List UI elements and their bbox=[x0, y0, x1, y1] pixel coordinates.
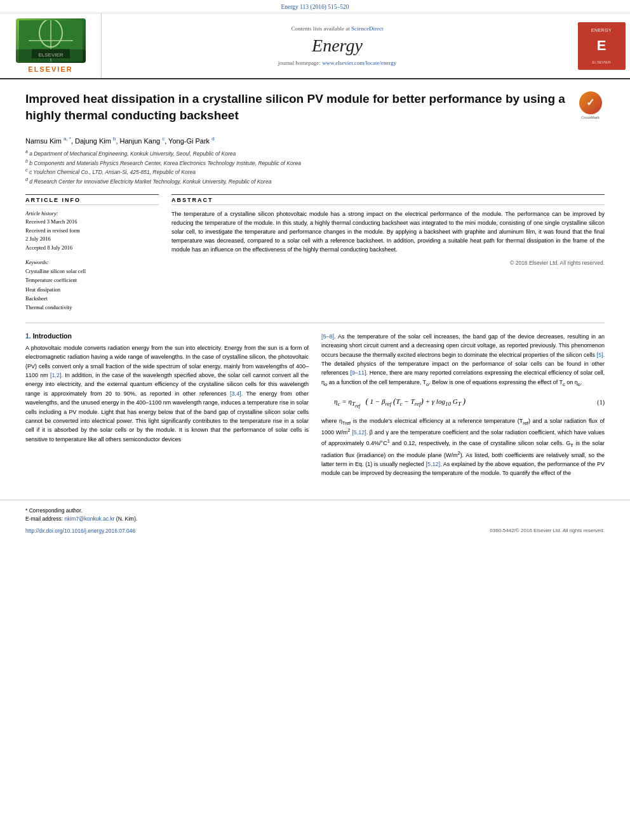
authors-line: Namsu Kim a, *, Dajung Kim b, Hanjun Kan… bbox=[25, 136, 605, 145]
intro-paragraph-2: [5–8]. As the temperature of the solar c… bbox=[321, 332, 605, 389]
affiliation-d: d d Research Center for Innovative Elect… bbox=[25, 177, 605, 186]
received-date: Received 3 March 2016 bbox=[25, 218, 159, 227]
crossmark-icon: ✓ bbox=[579, 91, 602, 114]
crossmark-badge[interactable]: ✓ CrossMark bbox=[576, 91, 605, 119]
footer-bottom: http://dx.doi.org/10.1016/j.energy.2016.… bbox=[25, 528, 605, 534]
sciencedirect-line: Contents lists available at ScienceDirec… bbox=[292, 25, 384, 32]
equation-number: (1) bbox=[597, 399, 605, 406]
abstract-copyright: © 2016 Elsevier Ltd. All rights reserved… bbox=[171, 260, 605, 266]
body-section: 1. Introduction A photovoltaic module co… bbox=[25, 332, 605, 482]
abstract-heading: ABSTRACT bbox=[171, 194, 605, 205]
elsevier-logo: ELSEVIER ELSEVIER bbox=[16, 18, 86, 73]
elsevier-logo-image: ELSEVIER bbox=[16, 18, 86, 63]
elsevier-branding: ELSEVIER ELSEVIER bbox=[0, 13, 102, 78]
equation-1: ηc = ηTref ( 1 − βref (Tc − Tref) + γ lo… bbox=[321, 396, 605, 409]
svg-text:ELSEVIER: ELSEVIER bbox=[38, 52, 63, 58]
journal-homepage: journal homepage: www.elsevier.com/locat… bbox=[278, 60, 397, 66]
keyword-5: Thermal conductivity bbox=[25, 303, 159, 312]
body-left-col: 1. Introduction A photovoltaic module co… bbox=[25, 332, 309, 482]
journal-reference: Energy 113 (2016) 515–520 bbox=[281, 4, 349, 10]
article-history: Article history: Received 3 March 2016 R… bbox=[25, 210, 159, 252]
accepted-date: Accepted 8 July 2016 bbox=[25, 244, 159, 253]
header-section: ELSEVIER ELSEVIER Contents lists availab… bbox=[0, 13, 630, 79]
svg-rect-4 bbox=[32, 49, 70, 58]
doi-link[interactable]: http://dx.doi.org/10.1016/j.energy.2016.… bbox=[25, 528, 135, 534]
main-content: Improved heat dissipation in a crystalli… bbox=[0, 79, 630, 495]
affiliation-c: c c Youlchon Chemical Co., LTD, Ansan-Si… bbox=[25, 167, 605, 177]
revised-date: 2 July 2016 bbox=[25, 235, 159, 244]
corresponding-author-note: * Corresponding author. bbox=[25, 507, 605, 516]
email-link[interactable]: nkim7@konkuk.ac.kr bbox=[64, 516, 114, 522]
abstract-col: ABSTRACT The temperature of a crystallin… bbox=[171, 194, 605, 312]
energy-logo-area: ENERGY E ELSEVIER bbox=[573, 13, 630, 78]
affiliation-a: a a Department of Mechanical Engineering… bbox=[25, 149, 605, 158]
page-wrapper: Energy 113 (2016) 515–520 ELSEVIER ELSEV… bbox=[0, 0, 630, 840]
info-abstract-section: ARTICLE INFO Article history: Received 3… bbox=[25, 194, 605, 312]
journal-name: Energy bbox=[312, 36, 363, 56]
keyword-2: Temperature coefficient bbox=[25, 276, 159, 284]
intro-paragraph-3: where ηTref is the module's electrical e… bbox=[321, 417, 605, 478]
email-note: E-mail address: nkim7@konkuk.ac.kr (N. K… bbox=[25, 515, 605, 524]
issn-copyright: 0360-5442/© 2016 Elsevier Ltd. All right… bbox=[490, 528, 605, 533]
elsevier-label: ELSEVIER bbox=[28, 65, 72, 73]
section-divider bbox=[25, 323, 605, 323]
footer-section: * Corresponding author. E-mail address: … bbox=[0, 500, 630, 540]
keyword-4: Backsheet bbox=[25, 294, 159, 303]
sciencedirect-link[interactable]: ScienceDirect bbox=[351, 25, 383, 32]
energy-logo-box: ENERGY E ELSEVIER bbox=[578, 22, 626, 70]
abstract-text: The temperature of a crystalline silicon… bbox=[171, 210, 605, 255]
article-info-heading: ARTICLE INFO bbox=[25, 194, 159, 205]
article-info-col: ARTICLE INFO Article history: Received 3… bbox=[25, 194, 159, 312]
svg-text:E: E bbox=[597, 37, 607, 53]
intro-heading: 1. Introduction bbox=[25, 332, 309, 340]
affiliation-b: b b Components and Materials Physics Res… bbox=[25, 158, 605, 168]
crossmark-label: CrossMark bbox=[581, 116, 600, 119]
keyword-3: Heat dissipation bbox=[25, 285, 159, 294]
article-title-section: Improved heat dissipation in a crystalli… bbox=[25, 91, 605, 128]
history-title: Article history: bbox=[25, 210, 159, 217]
body-right-col: [5–8]. As the temperature of the solar c… bbox=[321, 332, 605, 482]
article-title: Improved heat dissipation in a crystalli… bbox=[25, 91, 568, 123]
keywords-title: Keywords: bbox=[25, 259, 159, 265]
keywords-section: Keywords: Crystalline silicon solar cell… bbox=[25, 259, 159, 312]
equation-content: ηc = ηTref ( 1 − βref (Tc − Tref) + γ lo… bbox=[334, 396, 597, 409]
top-bar: Energy 113 (2016) 515–520 bbox=[0, 0, 630, 13]
received-revised-label: Received in revised form bbox=[25, 227, 159, 236]
keyword-1: Crystalline silicon solar cell bbox=[25, 267, 159, 276]
intro-paragraph-1: A photovoltaic module converts radiation… bbox=[25, 343, 309, 444]
journal-header-center: Contents lists available at ScienceDirec… bbox=[102, 13, 573, 78]
affiliations: a a Department of Mechanical Engineering… bbox=[25, 149, 605, 185]
journal-homepage-link[interactable]: www.elsevier.com/locate/energy bbox=[322, 60, 396, 66]
